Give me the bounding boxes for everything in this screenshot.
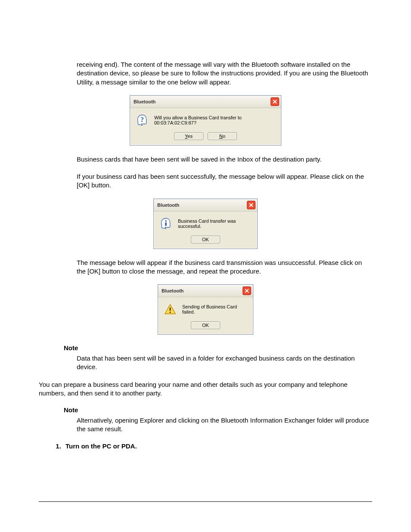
svg-text:?: ? — [140, 115, 144, 123]
question-icon: ? — [136, 114, 148, 126]
warning-icon — [164, 303, 176, 315]
note-text: Data that has been sent will be saved in… — [77, 354, 372, 372]
paragraph: Business cards that have been sent will … — [77, 155, 372, 164]
dialog-message: Business Card transfer was successful. — [178, 218, 251, 229]
step-1: Turn on the PC or PDA. — [63, 442, 372, 450]
dialog-message: Sending of Business Card failed. — [182, 304, 247, 314]
note-label: Note — [64, 406, 372, 414]
yes-button[interactable]: Yes — [174, 132, 203, 140]
close-icon[interactable] — [243, 286, 251, 295]
dialog-title: Bluetooth — [134, 99, 156, 104]
no-button[interactable]: No — [208, 132, 237, 140]
note-text: Alternatively, opening Explorer and clic… — [77, 416, 372, 434]
info-icon — [160, 218, 172, 230]
dialog-failed: Bluetooth Sending of Business Card faile… — [158, 284, 253, 335]
svg-point-4 — [169, 311, 171, 313]
yes-rest: es — [187, 134, 193, 139]
no-rest: o — [223, 134, 225, 139]
dialog-message: Will you allow a Business Card transfer … — [154, 115, 275, 125]
svg-rect-2 — [165, 222, 167, 226]
note-label: Note — [64, 344, 372, 352]
dialog-confirm-transfer: Bluetooth ? Will you allow a Business Ca… — [130, 95, 281, 146]
close-icon[interactable] — [271, 97, 279, 106]
svg-rect-3 — [170, 308, 171, 311]
close-icon[interactable] — [247, 201, 255, 209]
footer-rule — [39, 501, 372, 502]
dialog-title: Bluetooth — [157, 202, 179, 208]
ok-button[interactable]: OK — [191, 236, 220, 243]
paragraph: You can prepare a business card bearing … — [39, 380, 372, 398]
paragraph: The message below will appear if the bus… — [77, 258, 372, 276]
svg-point-1 — [165, 220, 167, 222]
paragraph: receiving end). The content of the messa… — [77, 60, 372, 87]
dialog-title: Bluetooth — [162, 288, 184, 293]
ok-button[interactable]: OK — [191, 321, 220, 329]
paragraph: If your business card has been sent succ… — [77, 172, 372, 190]
dialog-success: Bluetooth Business Card transfer was suc… — [153, 199, 258, 249]
